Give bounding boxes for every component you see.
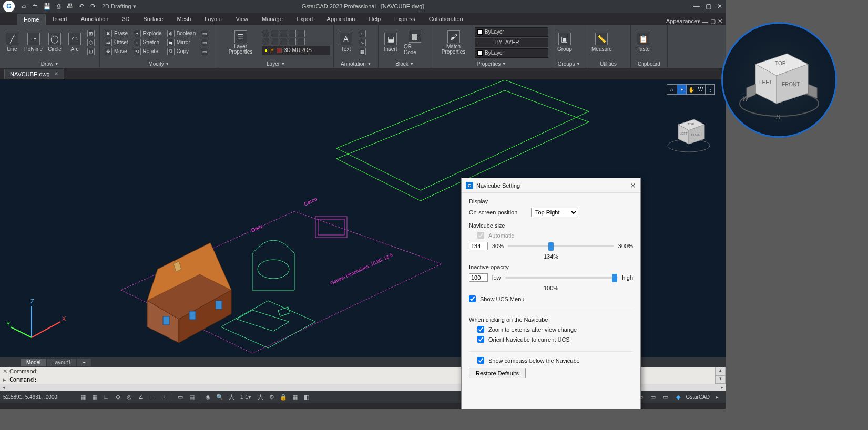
layout-tab-model[interactable]: Model: [21, 359, 46, 366]
magnifier-toggle[interactable]: 🔍: [215, 392, 225, 402]
offset-button[interactable]: ⇉Offset: [103, 38, 130, 47]
child-max-button[interactable]: ▢: [710, 18, 716, 25]
cmd-arrow-icon[interactable]: ▸: [0, 376, 9, 383]
size-slider[interactable]: [508, 245, 614, 247]
cmd-close-icon[interactable]: ✕: [0, 368, 9, 375]
status-r2[interactable]: ▭: [648, 392, 658, 402]
new-icon[interactable]: ▱: [19, 2, 28, 11]
brand-icon[interactable]: ◆: [673, 392, 683, 402]
ws-switch[interactable]: ⚙: [267, 392, 277, 402]
opacity-input[interactable]: [469, 273, 488, 282]
grid-toggle[interactable]: ▦: [89, 392, 100, 402]
hscroll-right[interactable]: ▸: [718, 385, 726, 390]
leader-button[interactable]: ↘: [357, 38, 367, 47]
dim-button[interactable]: ↔: [357, 29, 367, 38]
ann-toggle[interactable]: 人: [226, 392, 237, 402]
maximize-button[interactable]: ▢: [702, 3, 714, 10]
open-icon[interactable]: 🗀: [30, 2, 40, 11]
lwt-toggle[interactable]: ≡: [147, 392, 158, 402]
ortho-toggle[interactable]: ∟: [101, 392, 111, 402]
size-input[interactable]: [469, 242, 488, 250]
text-button[interactable]: AText: [337, 32, 355, 53]
snap-toggle[interactable]: ▦: [78, 392, 88, 402]
draw-extra-1[interactable]: ⊞: [86, 29, 96, 38]
pan-icon[interactable]: ✋: [686, 85, 696, 94]
tab-collaboration[interactable]: Collaboration: [422, 13, 470, 25]
orient-checkbox[interactable]: [477, 336, 484, 343]
opacity-slider[interactable]: [505, 277, 618, 279]
tab-insert[interactable]: Insert: [46, 13, 74, 25]
color-combo[interactable]: ByLayer: [475, 27, 548, 37]
layer-properties-button[interactable]: ☰Layer Properties: [221, 29, 260, 56]
copy-button[interactable]: ⧉Copy: [166, 47, 198, 56]
qp-toggle[interactable]: ▤: [187, 392, 197, 402]
tab-annotation[interactable]: Annotation: [74, 13, 116, 25]
qrcode-button[interactable]: ▦QR Code: [402, 29, 427, 56]
stretch-button[interactable]: ↔Stretch: [132, 38, 164, 47]
layout-tab-layout1[interactable]: Layout1: [47, 359, 76, 366]
otrack-toggle[interactable]: ∠: [136, 392, 146, 402]
redo-icon[interactable]: ↷: [88, 2, 98, 11]
draw-extra-2[interactable]: ⬡: [86, 38, 96, 47]
tab-express[interactable]: Express: [387, 13, 422, 25]
insert-block-button[interactable]: ⬓Insert: [382, 32, 400, 53]
close-button[interactable]: ✕: [714, 3, 726, 10]
tab-manage[interactable]: Manage: [255, 13, 290, 25]
table-button[interactable]: ▦: [357, 47, 367, 56]
modify-ext2[interactable]: ▭: [199, 38, 210, 47]
child-min-button[interactable]: ―: [702, 18, 708, 25]
iso-toggle[interactable]: ◧: [301, 392, 312, 402]
compass-checkbox[interactable]: [477, 357, 484, 364]
navcube-widget[interactable]: TOP LEFT FRONT: [662, 106, 715, 159]
save-icon[interactable]: 💾: [42, 2, 52, 11]
tab-home[interactable]: Home: [17, 14, 46, 25]
close-doc-icon[interactable]: ✕: [54, 71, 58, 77]
erase-button[interactable]: ✖Erase: [103, 29, 130, 38]
show-ucs-checkbox[interactable]: [469, 295, 476, 302]
tab-3d[interactable]: 3D: [115, 13, 136, 25]
w-view-icon[interactable]: W: [696, 85, 705, 94]
workspace-selector[interactable]: 2D Drafting ▾: [102, 3, 136, 10]
tab-application[interactable]: Application: [320, 13, 362, 25]
osnap-toggle[interactable]: ◎: [124, 392, 135, 402]
minimize-button[interactable]: ―: [691, 3, 702, 10]
tab-layout[interactable]: Layout: [198, 13, 229, 25]
hw-toggle[interactable]: ▦: [290, 392, 300, 402]
polyline-button[interactable]: 〰Polyline: [23, 32, 44, 53]
dialog-close-button[interactable]: ✕: [630, 181, 636, 190]
line-button[interactable]: ╱Line: [3, 32, 21, 53]
settings-view-icon[interactable]: ⋮: [705, 85, 714, 94]
cmd-scroll-up[interactable]: ▴: [715, 367, 726, 375]
status-r3[interactable]: ▭: [660, 392, 671, 402]
tab-help[interactable]: Help: [362, 13, 387, 25]
mirror-button[interactable]: ⇋Mirror: [166, 38, 198, 47]
orbit-icon[interactable]: ✶: [677, 85, 686, 94]
zoom-extents-checkbox[interactable]: [477, 326, 484, 333]
scale-combo[interactable]: 1:1 ▾: [238, 392, 254, 402]
document-tab[interactable]: NAVCUBE.dwg✕: [4, 69, 64, 79]
lineweight-combo[interactable]: ———BYLAYER: [475, 38, 548, 47]
print-icon[interactable]: 🖶: [65, 2, 75, 11]
cmd-scroll-down[interactable]: ▾: [715, 375, 726, 384]
match-properties-button[interactable]: 🖌Match Properties: [434, 29, 473, 56]
status-expand[interactable]: ▸: [712, 392, 722, 402]
boolean-button[interactable]: ⊕Boolean: [166, 29, 198, 38]
rotate-button[interactable]: ⟲Rotate: [132, 47, 164, 56]
tab-export[interactable]: Export: [290, 13, 320, 25]
child-close-button[interactable]: ✕: [718, 18, 722, 25]
polar-toggle[interactable]: ⊕: [113, 392, 123, 402]
annoscale-toggle[interactable]: 人: [255, 392, 265, 402]
modify-ext3[interactable]: ▭: [199, 47, 210, 56]
circle-button[interactable]: ◯Circle: [46, 32, 64, 53]
draw-extra-3[interactable]: ⊡: [86, 47, 96, 56]
tab-mesh[interactable]: Mesh: [170, 13, 198, 25]
layout-tab-add[interactable]: +: [77, 359, 91, 366]
modify-ext1[interactable]: ▭: [199, 29, 210, 38]
hscroll-left[interactable]: ◂: [0, 385, 7, 390]
lock-toggle[interactable]: 🔒: [278, 392, 289, 402]
undo-icon[interactable]: ↶: [77, 2, 86, 11]
tab-surface[interactable]: Surface: [137, 13, 170, 25]
dyn-toggle[interactable]: +: [159, 392, 169, 402]
linetype-combo[interactable]: ByLayer: [475, 48, 548, 58]
measure-button[interactable]: 📏Measure: [589, 32, 614, 53]
